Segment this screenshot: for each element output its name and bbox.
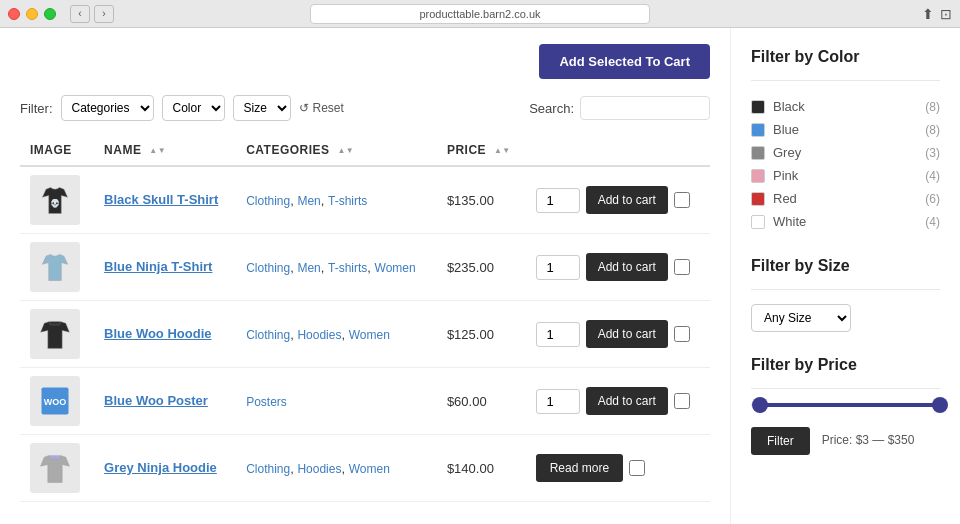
product-categories-cell: Posters	[236, 368, 437, 435]
color-count: (4)	[925, 215, 940, 229]
product-image	[30, 309, 80, 359]
name-sort-icon: ▲▼	[149, 146, 166, 155]
svg-rect-1	[50, 321, 61, 325]
product-name-link[interactable]: Black Skull T-Shirt	[104, 192, 218, 207]
product-price: $125.00	[447, 327, 494, 342]
product-price-cell: $140.00	[437, 435, 526, 502]
product-image: WOO	[30, 376, 80, 426]
add-to-cart-button[interactable]: Add to cart	[586, 186, 668, 214]
read-more-button[interactable]: Read more	[536, 454, 623, 482]
color-item-grey[interactable]: Grey (3)	[751, 141, 940, 164]
quantity-input[interactable]	[536, 255, 580, 280]
quantity-input[interactable]	[536, 188, 580, 213]
back-button[interactable]: ‹	[70, 5, 90, 23]
col-categories[interactable]: CATEGORIES ▲▼	[236, 135, 437, 166]
product-price: $235.00	[447, 260, 494, 275]
price-range-track	[751, 403, 940, 407]
row-select-checkbox[interactable]	[674, 393, 690, 409]
color-count: (8)	[925, 123, 940, 137]
color-swatch	[751, 123, 765, 137]
fullscreen-button[interactable]: ⊡	[940, 6, 952, 22]
color-item-blue[interactable]: Blue (8)	[751, 118, 940, 141]
search-label: Search:	[529, 101, 574, 116]
category-link[interactable]: Hoodies	[297, 462, 341, 476]
add-selected-to-cart-button[interactable]: Add Selected To Cart	[539, 44, 710, 79]
size-select[interactable]: Size	[233, 95, 291, 121]
category-link[interactable]: Men	[297, 194, 320, 208]
divider-2	[751, 289, 940, 290]
table-row: WOO Blue Woo PosterPosters$60.00 Add to …	[20, 368, 710, 435]
color-select[interactable]: Color	[162, 95, 225, 121]
forward-button[interactable]: ›	[94, 5, 114, 23]
quantity-input[interactable]	[536, 389, 580, 414]
product-image	[30, 242, 80, 292]
color-count: (4)	[925, 169, 940, 183]
row-select-checkbox[interactable]	[674, 259, 690, 275]
any-size-select[interactable]: Any Size	[751, 304, 851, 332]
search-area: Search:	[529, 96, 710, 120]
product-name-link[interactable]: Blue Ninja T-Shirt	[104, 259, 212, 274]
share-button[interactable]: ⬆	[922, 6, 934, 22]
quantity-input[interactable]	[536, 322, 580, 347]
row-select-checkbox[interactable]	[674, 326, 690, 342]
category-link[interactable]: Hoodies	[297, 328, 341, 342]
product-categories-cell: Clothing, Hoodies, Women	[236, 435, 437, 502]
product-name-cell: Blue Woo Hoodie	[94, 301, 236, 368]
category-link[interactable]: Women	[349, 462, 390, 476]
price-range-text: Price: $3 — $350	[822, 433, 915, 447]
add-to-cart-button[interactable]: Add to cart	[586, 320, 668, 348]
category-link[interactable]: T-shirts	[328, 261, 367, 275]
table-body: 💀 Black Skull T-ShirtClothing, Men, T-sh…	[20, 166, 710, 502]
category-link[interactable]: Men	[297, 261, 320, 275]
product-name-cell: Grey Ninja Hoodie	[94, 435, 236, 502]
category-link[interactable]: Clothing	[246, 261, 290, 275]
reset-button[interactable]: ↺ Reset	[299, 101, 344, 115]
color-item-black[interactable]: Black (8)	[751, 95, 940, 118]
size-filter-section: Filter by Size Any Size	[751, 257, 940, 332]
categories-select[interactable]: Categories	[61, 95, 154, 121]
product-name-link[interactable]: Blue Woo Hoodie	[104, 326, 211, 341]
filter-button[interactable]: Filter	[751, 427, 810, 455]
add-to-cart-button[interactable]: Add to cart	[586, 387, 668, 415]
category-link[interactable]: Women	[349, 328, 390, 342]
row-select-checkbox[interactable]	[674, 192, 690, 208]
product-table: IMAGE NAME ▲▼ CATEGORIES ▲▼ PRICE ▲▼	[20, 135, 710, 502]
color-item-red[interactable]: Red (6)	[751, 187, 940, 210]
category-link[interactable]: Clothing	[246, 328, 290, 342]
product-action-cell: Read more	[526, 435, 710, 502]
color-filter-section: Filter by Color Black (8) Blue (8) Grey …	[751, 48, 940, 233]
row-select-checkbox[interactable]	[629, 460, 645, 476]
category-link[interactable]: T-shirts	[328, 194, 367, 208]
window-chrome: ‹ › producttable.barn2.co.uk ⬆ ⊡	[0, 0, 960, 28]
main-content: Add Selected To Cart Filter: Categories …	[0, 28, 730, 524]
add-to-cart-button[interactable]: Add to cart	[586, 253, 668, 281]
close-button[interactable]	[8, 8, 20, 20]
product-name-cell: Blue Ninja T-Shirt	[94, 234, 236, 301]
reset-icon: ↺	[299, 101, 309, 115]
table-header: IMAGE NAME ▲▼ CATEGORIES ▲▼ PRICE ▲▼	[20, 135, 710, 166]
category-link[interactable]: Clothing	[246, 462, 290, 476]
category-link[interactable]: Clothing	[246, 194, 290, 208]
price-handle-right[interactable]	[932, 397, 948, 413]
action-cell: Add to cart	[536, 387, 700, 415]
table-row: Blue Ninja T-ShirtClothing, Men, T-shirt…	[20, 234, 710, 301]
category-link[interactable]: Women	[375, 261, 416, 275]
product-image-cell: WOO	[20, 368, 94, 435]
product-name-link[interactable]: Blue Woo Poster	[104, 393, 208, 408]
product-name-link[interactable]: Grey Ninja Hoodie	[104, 460, 217, 475]
color-count: (6)	[925, 192, 940, 206]
product-price-cell: $135.00	[437, 166, 526, 234]
maximize-button[interactable]	[44, 8, 56, 20]
col-name[interactable]: NAME ▲▼	[94, 135, 236, 166]
category-link[interactable]: Posters	[246, 395, 287, 409]
product-action-cell: Add to cart	[526, 234, 710, 301]
header-row: Add Selected To Cart	[20, 44, 710, 79]
color-item-white[interactable]: White (4)	[751, 210, 940, 233]
search-input[interactable]	[580, 96, 710, 120]
minimize-button[interactable]	[26, 8, 38, 20]
color-item-pink[interactable]: Pink (4)	[751, 164, 940, 187]
col-price[interactable]: PRICE ▲▼	[437, 135, 526, 166]
price-handle-left[interactable]	[752, 397, 768, 413]
color-name: Black	[773, 99, 805, 114]
filter-label: Filter:	[20, 101, 53, 116]
